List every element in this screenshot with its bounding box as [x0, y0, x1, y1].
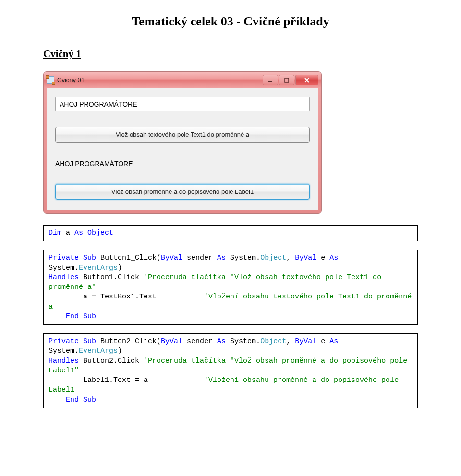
minimize-button[interactable]	[263, 75, 278, 85]
code-block-button2: Private Sub Button2_Click(ByVal sender A…	[43, 333, 418, 408]
button2[interactable]: Vlož obsah proměnné a do popisového pole…	[55, 184, 310, 200]
screenshot-frame: Cvicny 01 AHOJ PROGRAMÁTORE Vlož obsah t…	[43, 70, 418, 215]
maximize-button[interactable]	[279, 75, 294, 85]
text1-input[interactable]: AHOJ PROGRAMÁTORE	[55, 97, 310, 111]
svg-rect-1	[285, 78, 289, 82]
page-title: Tematický celek 03 - Cvičné příklady	[43, 14, 418, 29]
button1[interactable]: Vlož obsah textového pole Text1 do promě…	[55, 127, 310, 143]
exercise-heading: Cvičný 1	[43, 48, 418, 60]
client-area: AHOJ PROGRAMÁTORE Vlož obsah textového p…	[44, 88, 321, 213]
window-title: Cvicny 01	[57, 76, 263, 83]
code-block-button1: Private Sub Button1_Click(ByVal sender A…	[43, 250, 418, 325]
app-icon	[47, 76, 54, 84]
window-buttons	[263, 75, 318, 85]
app-window: Cvicny 01 AHOJ PROGRAMÁTORE Vlož obsah t…	[43, 71, 322, 214]
titlebar: Cvicny 01	[44, 72, 321, 88]
code-block-dim: Dim a As Object	[43, 225, 418, 241]
label1-output: AHOJ PROGRAMÁTORE	[55, 160, 310, 167]
close-button[interactable]	[295, 75, 318, 85]
svg-rect-0	[268, 81, 272, 82]
